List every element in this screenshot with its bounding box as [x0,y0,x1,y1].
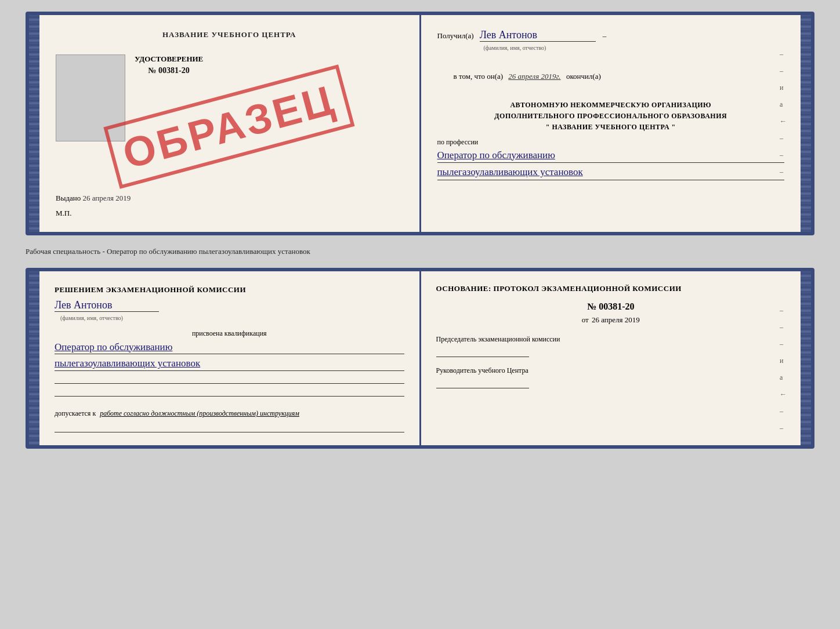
certificate-spread-top: НАЗВАНИЕ УЧЕБНОГО ЦЕНТРА УДОСТОВЕРЕНИЕ №… [26,12,814,235]
date-block: в том, что он(а) 26 апреля 2019г. окончи… [437,58,785,95]
profession-line1: Оператор по обслуживанию [437,148,785,163]
recipient-name: Лев Антонов [480,29,596,42]
osnov-label: Основание: протокол экзаменационной коми… [436,284,786,293]
head-label: Руководитель учебного Центра [436,365,786,376]
doc2-right-edge-marks: – – – и а ← – – – [780,306,787,449]
doc2-name-block: Лев Антонов (фамилия, имя, отчество) [55,299,404,322]
protocol-date-block: от 26 апреля 2019 [436,315,786,325]
qual-line2: пылегазоулавливающих установок [55,357,404,370]
chairman-label: Председатель экзаменационной комиссии [436,334,786,344]
profession-label: по профессии [437,138,785,147]
blank-line1 [55,373,404,384]
org-line1: АВТОНОМНУЮ НЕКОММЕРЧЕСКУЮ ОРГАНИЗАЦИЮ [437,100,785,111]
dash-separator: – [603,31,607,40]
profession-line2: пылегазоулавливающих установок [437,165,785,180]
head-sign-line [436,378,529,388]
commission-text: Решением экзаменационной комиссии [55,284,404,296]
received-label: Получил(а) [437,31,474,40]
chairman-sign-line [436,347,529,357]
допускается-prefix: допускается к [55,409,96,417]
org-line3: " НАЗВАНИЕ УЧЕБНОГО ЦЕНТРА " [437,122,785,133]
cert-mp-label: М.П. [56,209,403,218]
blank-line2 [55,386,404,397]
qual-block1: Оператор по обслуживанию [55,340,404,355]
org-block: АВТОНОМНУЮ НЕКОММЕРЧЕСКУЮ ОРГАНИЗАЦИЮ ДО… [437,100,785,133]
cert-right-page: Получил(а) Лев Антонов – (фамилия, имя, … [421,15,801,232]
doc2-left-page: Решением экзаменационной комиссии Лев Ан… [39,271,421,445]
допускается-text: работе согласно должностным (производств… [100,409,299,417]
protocol-number: № 00381-20 [436,301,786,312]
qual-block2: пылегазоулавливающих установок [55,357,404,371]
protocol-date-prefix: от [582,315,589,324]
cert-title-block: НАЗВАНИЕ УЧЕБНОГО ЦЕНТРА [56,29,403,39]
blank-line3 [55,422,404,432]
protocol-date: 26 апреля 2019 [592,315,640,324]
received-block: Получил(а) Лев Антонов – (фамилия, имя, … [437,29,785,52]
cert-title-text: НАЗВАНИЕ УЧЕБНОГО ЦЕНТРА [162,30,296,39]
fio-hint: (фамилия, имя, отчество) [484,45,546,51]
date-suffix: окончил(а) [566,72,601,81]
org-line2: ДОПОЛНИТЕЛЬНОГО ПРОФЕССИОНАЛЬНОГО ОБРАЗО… [437,111,785,122]
head-block: Руководитель учебного Центра [436,365,786,388]
cert-issued-label: Выдано [56,194,81,202]
profession-block: Оператор по обслуживанию [437,148,785,163]
document-container: НАЗВАНИЕ УЧЕБНОГО ЦЕНТРА УДОСТОВЕРЕНИЕ №… [26,12,814,449]
qualification-label: присвоена квалификация [55,329,404,338]
cert-date: 26 апреля 2019г. [508,72,560,81]
cert-issued-date: 26 апреля 2019 [83,194,131,202]
cert-photo-area [56,54,125,141]
chairman-block: Председатель экзаменационной комиссии [436,334,786,357]
certificate-spread-bottom: Решением экзаменационной комиссии Лев Ан… [26,268,814,449]
profession-block2: пылегазоулавливающих установок [437,165,785,180]
doc2-fio-hint: (фамилия, имя, отчество) [60,315,123,321]
qual-line1: Оператор по обслуживанию [55,340,404,354]
cert-doc-number: № 00381-20 [135,66,203,75]
doc2-right-page: Основание: протокол экзаменационной коми… [421,271,801,445]
cert-issued-line: Выдано 26 апреля 2019 [56,194,403,203]
cert-doc-type: УДОСТОВЕРЕНИЕ [135,54,203,64]
middle-specialty-label: Рабочая специальность - Оператор по обсл… [26,242,814,261]
date-prefix: в том, что он(а) [454,72,504,81]
right-edge-marks: – – и а ← – – – [780,50,787,176]
cert-doc-info: УДОСТОВЕРЕНИЕ № 00381-20 [135,49,203,80]
doc2-recipient-name: Лев Антонов [55,299,159,312]
допускается-block: допускается к работе согласно должностны… [55,408,404,419]
cert-left-page: НАЗВАНИЕ УЧЕБНОГО ЦЕНТРА УДОСТОВЕРЕНИЕ №… [39,15,421,232]
